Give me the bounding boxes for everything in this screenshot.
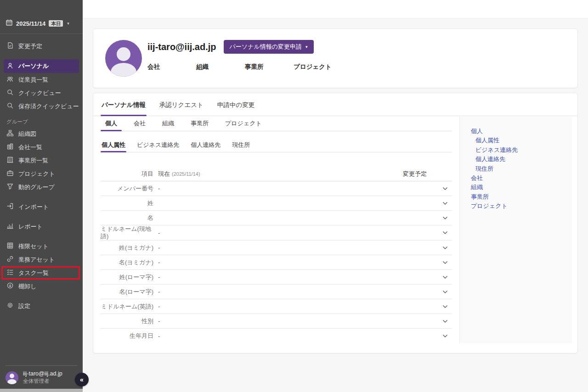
sidebar-item-label: クイックビュー [18,89,61,97]
sidebar-item-label: タスク一覧 [18,269,49,277]
org-chart-icon [6,129,14,138]
table-row: 名(ローマ字) - [101,285,452,299]
field-label-company: 会社 [147,63,196,71]
sidebar-item-label: 会社一覧 [18,143,42,151]
gear-icon [6,302,14,310]
sidebar-item-companies[interactable]: 会社一覧 [0,140,83,154]
table-row: 性別 - [101,314,452,329]
field-label-project: プロジェクト [294,63,342,71]
tab-company[interactable]: 会社 [129,116,150,131]
toc-link-individual[interactable]: 個人 [471,127,572,136]
sidebar-group-label: グループ [0,118,83,125]
toc-link-project[interactable]: プロジェクト [471,202,572,211]
row-expand-button[interactable] [438,216,452,220]
sidebar-item-import[interactable]: インポート [0,200,83,213]
user-email: iij-taro@iij.ad.jp [23,370,62,377]
sidebar-horizontal-scrollbar[interactable] [0,389,83,392]
inventory-download-icon [6,282,14,291]
user-role: 全体管理者 [23,378,62,385]
sidebar-item-projects[interactable]: プロジェクト [0,167,83,180]
search-icon [6,89,14,97]
sidebar-item-label: 設定 [18,302,30,310]
chevron-down-icon: ▾ [305,45,308,49]
tab-current-address[interactable]: 現住所 [231,138,251,152]
tab-personal-attributes[interactable]: 個人属性 [101,138,126,152]
tab-pending-changes[interactable]: 申請中の変更 [216,101,255,116]
table-row: ミドルネーム(英語) - [101,299,452,314]
sidebar-item-label: 業務アセット [18,256,55,264]
sidebar-item-label: 従業員一覧 [18,76,48,84]
tab-organization[interactable]: 組織 [158,116,179,131]
company-icon [6,143,14,151]
row-expand-button[interactable] [438,246,452,250]
calendar-icon [6,19,13,28]
sidebar-item-change-schedule[interactable]: 変更予定 [0,39,83,53]
tab-individual[interactable]: 個人 [101,116,122,131]
toc-link-business-contact[interactable]: ビジネス連絡先 [471,146,572,155]
toc-link-personal-attributes[interactable]: 個人属性 [471,136,572,145]
link-icon [6,255,14,264]
toc-link-organization[interactable]: 組織 [471,183,572,192]
tab-business-contact[interactable]: ビジネス連絡先 [136,138,180,152]
sidebar-item-dynamic-groups[interactable]: 動的グループ [0,180,83,194]
sidebar-item-label: 動的グループ [18,183,55,191]
sidebar-divider [0,34,83,34]
sidebar-item-employees[interactable]: 従業員一覧 [0,73,83,86]
row-expand-button[interactable] [438,334,452,338]
effective-date: 2025/11/14 [16,20,45,27]
column-header-current-date: (2025/11/14) [172,171,200,177]
person-icon [6,62,14,71]
row-expand-button[interactable] [438,290,452,294]
sidebar-item-label: パーソナル [18,62,49,70]
sidebar-item-quick-view[interactable]: クイックビュー [0,86,83,100]
content-card: パーソナル情報 承認リクエスト 申請中の変更 個人 会社 組織 事業所 プロジェ… [93,93,578,353]
table-row: 姓(ヨミガナ) - [101,241,452,255]
profile-avatar [105,40,142,77]
tab-project[interactable]: プロジェクト [220,116,266,131]
table-row: 生年月日 - [101,329,452,343]
row-expand-button[interactable] [438,305,452,308]
sidebar-item-reports[interactable]: レポート [0,220,83,233]
sidebar-item-offices[interactable]: 事業所一覧 [0,154,83,167]
sidebar-item-task-list[interactable]: タスク一覧 [1,266,80,280]
toc-link-office[interactable]: 事業所 [471,192,572,202]
sidebar-item-saved-quick-view[interactable]: 保存済クイックビュー [0,100,83,113]
sidebar-item-label: 組織図 [18,130,36,138]
field-label-organization: 組織 [196,63,245,71]
top-bar [83,0,588,18]
sidebar-item-personal[interactable]: パーソナル [4,59,79,73]
row-expand-button[interactable] [438,261,452,264]
toc-link-company[interactable]: 会社 [471,174,572,183]
sidebar-item-business-assets[interactable]: 業務アセット [0,253,83,266]
row-expand-button[interactable] [438,319,452,323]
tab-personal-contact[interactable]: 個人連絡先 [190,138,221,152]
today-badge: 本日 [49,20,63,27]
table-row: 名(ヨミガナ) - [101,255,452,270]
toc-link-current-address[interactable]: 現住所 [471,164,572,174]
tab-approval-requests[interactable]: 承認リクエスト [158,101,204,116]
sidebar-collapse-button[interactable]: « [75,373,89,386]
column-header-current: 現在 [158,170,170,177]
secondary-tab-bar: 個人 会社 組織 事業所 プロジェクト [101,116,452,131]
table-header: 項目 現在(2025/11/14) 変更予定 [101,167,452,181]
row-expand-button[interactable] [438,231,452,235]
effective-date-selector[interactable]: 2025/11/14 本日 ▾ [0,17,83,29]
attributes-table: 項目 現在(2025/11/14) 変更予定 メンバー番号 - 姓 [101,167,452,343]
table-row: 姓(ローマ字) - [101,270,452,285]
sidebar-item-settings[interactable]: 設定 [0,299,83,313]
row-expand-button[interactable] [438,275,452,279]
row-expand-button[interactable] [438,187,452,190]
personal-info-change-request-button[interactable]: パーソナル情報の変更申請 ▾ [224,40,314,54]
tab-office[interactable]: 事業所 [186,116,213,131]
tab-personal-info[interactable]: パーソナル情報 [101,101,147,116]
sidebar-item-permission-sets[interactable]: 権限セット [0,240,83,253]
funnel-icon [6,183,14,191]
chevron-down-icon: ▾ [67,21,69,26]
row-expand-button[interactable] [438,202,452,205]
sidebar-item-label: 棚卸し [18,282,36,291]
toc-link-personal-contact[interactable]: 個人連絡先 [471,155,572,164]
search-icon [6,102,14,111]
table-row: メンバー番号 - [101,181,452,196]
sidebar-item-org-chart[interactable]: 組織図 [0,127,83,140]
sidebar-item-inventory[interactable]: 棚卸し [0,280,83,293]
